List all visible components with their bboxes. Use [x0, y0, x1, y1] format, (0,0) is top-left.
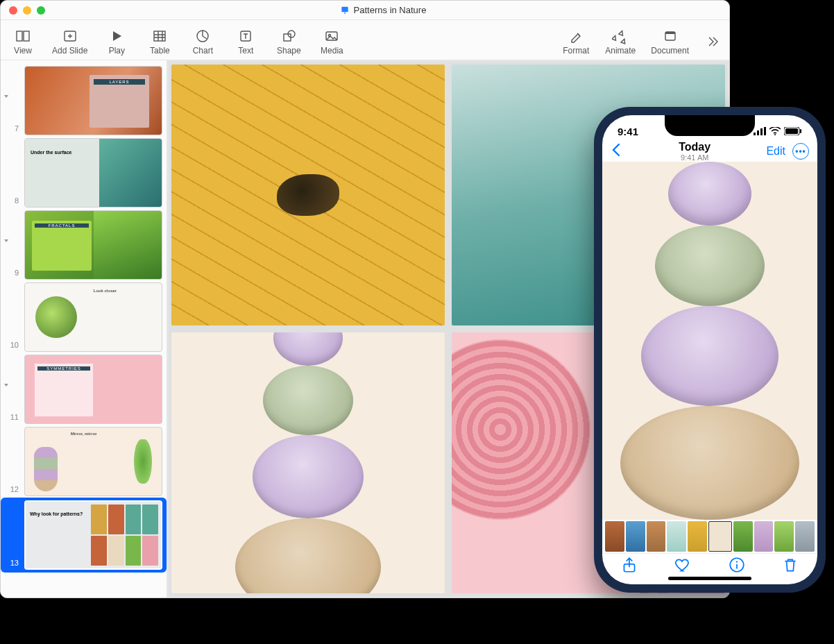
play-icon: [108, 28, 125, 44]
canvas-image-urchin-stack[interactable]: [171, 332, 445, 593]
strip-thumb[interactable]: [605, 521, 624, 552]
heart-icon: [674, 556, 692, 574]
strip-thumb[interactable]: [754, 521, 774, 552]
format-button[interactable]: Format: [562, 28, 590, 56]
thumbnail-image: SYMMETRIES: [24, 355, 162, 424]
keynote-doc-icon: [340, 6, 350, 15]
svg-rect-15: [757, 130, 759, 135]
home-indicator[interactable]: [668, 577, 751, 580]
svg-point-24: [736, 561, 738, 563]
thumbnail-image: Why look for patterns?: [24, 500, 162, 570]
view-button[interactable]: View: [9, 28, 37, 56]
media-label: Media: [321, 46, 343, 56]
strip-thumb-selected[interactable]: [708, 521, 732, 552]
nav-title-text: Today: [623, 141, 766, 153]
media-icon: [323, 28, 340, 44]
thumbnail-image: Under the surface: [24, 138, 162, 207]
strip-thumb[interactable]: [688, 521, 707, 552]
text-button[interactable]: Text: [232, 28, 259, 56]
play-label: Play: [109, 46, 125, 56]
play-button[interactable]: Play: [103, 28, 130, 56]
photos-nav-bar: Today 9:41 AM Edit •••: [602, 140, 817, 162]
chart-icon: [194, 28, 211, 44]
delete-button[interactable]: [781, 556, 799, 577]
iphone-screen: 9:41 Today 9:41 AM Edit •••: [602, 115, 817, 584]
disclosure-triangle-icon[interactable]: [2, 92, 10, 101]
share-button[interactable]: [620, 556, 638, 577]
back-button[interactable]: [611, 142, 623, 160]
signal-icon: [754, 127, 766, 135]
slide-thumbnail-9[interactable]: 9 FRACTALS: [1, 209, 167, 281]
slide-navigator[interactable]: 7 LAYERS 8 Under the surface 9 FRACTALS: [1, 60, 167, 598]
shape-label: Shape: [277, 46, 301, 56]
disclosure-triangle-icon[interactable]: [2, 381, 10, 389]
add-slide-button[interactable]: Add Slide: [52, 28, 87, 56]
slide-thumbnail-13[interactable]: 13 Why look for patterns?: [1, 498, 167, 573]
slide-thumbnail-7[interactable]: 7 LAYERS: [1, 65, 167, 137]
window-controls: [9, 6, 45, 15]
photo-thumbnail-strip[interactable]: [602, 520, 817, 553]
media-button[interactable]: Media: [318, 28, 346, 56]
document-icon: [662, 28, 679, 44]
table-button[interactable]: Table: [146, 28, 173, 56]
slide-thumbnail-11[interactable]: 11 SYMMETRIES: [1, 353, 167, 425]
chart-button[interactable]: Chart: [189, 28, 216, 56]
shape-icon: [280, 28, 297, 44]
text-icon: [237, 28, 254, 44]
info-button[interactable]: [728, 556, 746, 577]
minimize-button[interactable]: [23, 6, 31, 15]
slide-number: 10: [5, 341, 19, 352]
animate-label: Animate: [605, 46, 636, 56]
slide-number: 9: [5, 269, 19, 280]
strip-thumb[interactable]: [647, 521, 666, 552]
view-icon: [15, 28, 31, 44]
trash-icon: [781, 556, 799, 574]
urchin-stack-illustration: [235, 332, 381, 593]
nav-title: Today 9:41 AM: [623, 141, 766, 162]
strip-thumb[interactable]: [626, 521, 645, 552]
document-title-text: Patterns in Nature: [354, 5, 427, 15]
toolbar: View Add Slide Play Table Chart Text Sha…: [1, 20, 729, 60]
status-time: 9:41: [618, 126, 638, 137]
thumbnail-image: FRACTALS: [24, 210, 162, 280]
animate-icon: [612, 28, 629, 44]
shape-button[interactable]: Shape: [275, 28, 303, 56]
more-button[interactable]: •••: [792, 143, 809, 160]
document-button[interactable]: Document: [651, 28, 689, 56]
animate-button[interactable]: Animate: [605, 28, 636, 56]
svg-rect-21: [800, 129, 801, 133]
close-button[interactable]: [9, 6, 17, 15]
disclosure-triangle-icon[interactable]: [2, 237, 10, 245]
thumbnail-image: Mirror, mirror: [24, 427, 162, 496]
canvas-image-honeycomb[interactable]: [171, 65, 445, 325]
slide-thumbnail-10[interactable]: 10 Look closer: [1, 281, 167, 353]
strip-thumb[interactable]: [774, 521, 794, 552]
svg-rect-5: [154, 31, 165, 41]
table-icon: [151, 28, 168, 44]
svg-rect-13: [665, 32, 675, 34]
strip-thumb[interactable]: [667, 521, 686, 552]
photo-viewer[interactable]: [602, 162, 817, 520]
format-icon: [568, 28, 584, 44]
svg-rect-2: [17, 31, 22, 41]
zoom-button[interactable]: [37, 6, 45, 15]
strip-thumb[interactable]: [795, 521, 815, 552]
slide-number: 7: [5, 124, 19, 135]
iphone-device: 9:41 Today 9:41 AM Edit •••: [594, 107, 826, 593]
svg-rect-16: [760, 128, 763, 135]
text-label: Text: [238, 46, 253, 56]
strip-thumb[interactable]: [733, 521, 753, 552]
svg-point-18: [774, 134, 776, 135]
titlebar: Patterns in Nature: [1, 1, 729, 20]
urchin-stack-photo: [620, 162, 799, 520]
slide-thumbnail-8[interactable]: 8 Under the surface: [1, 137, 167, 209]
thumbnail-image: LAYERS: [24, 66, 162, 135]
toolbar-overflow-button[interactable]: [704, 33, 721, 50]
favorite-button[interactable]: [674, 556, 692, 577]
svg-rect-3: [24, 31, 29, 41]
slide-number: 11: [5, 413, 19, 424]
slide-thumbnail-12[interactable]: 12 Mirror, mirror: [1, 425, 167, 498]
svg-rect-1: [344, 12, 345, 14]
svg-rect-17: [764, 127, 766, 135]
edit-button[interactable]: Edit: [766, 145, 785, 158]
